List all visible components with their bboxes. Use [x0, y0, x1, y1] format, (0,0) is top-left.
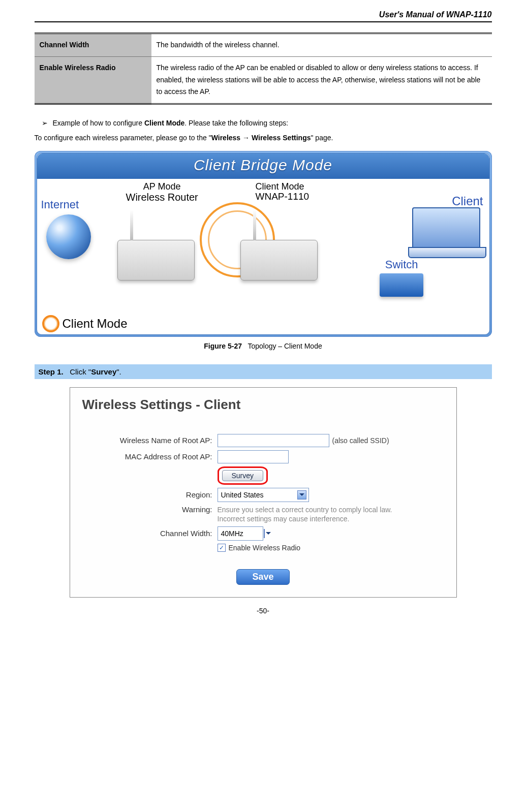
- label-switch: Switch: [385, 258, 418, 271]
- ssid-input[interactable]: [218, 434, 329, 447]
- chevron-down-icon: [297, 490, 306, 499]
- ssid-label: Wireless Name of Root AP:: [80, 436, 218, 445]
- chevron-down-icon: [264, 529, 265, 538]
- enable-wireless-checkbox[interactable]: ✓: [218, 544, 226, 552]
- label-ap-mode-text: AP Mode: [143, 181, 181, 192]
- channel-width-value: 40MHz: [221, 529, 243, 538]
- bullet-icon: ➢: [42, 119, 51, 127]
- topology-diagram-frame: Client Bridge Mode AP Mode Wireless Rout…: [35, 151, 492, 337]
- router-ap-icon: [117, 240, 195, 280]
- config-prefix: To configure each wireless parameter, pl…: [35, 134, 211, 142]
- label-client-mode-text: Client Mode: [256, 181, 304, 192]
- switch-icon: [380, 273, 423, 297]
- label-client-sub: WNAP-1110: [256, 191, 310, 202]
- example-text-suffix: . Please take the following steps:: [184, 119, 288, 127]
- label-ap-mode: AP Mode Wireless Router: [126, 182, 198, 204]
- step-bar: Step 1. Click "Survey".: [35, 364, 492, 379]
- param-desc: The bandwidth of the wireless channel.: [151, 34, 492, 57]
- region-select[interactable]: United States: [218, 488, 309, 502]
- channel-width-select[interactable]: 40MHz: [218, 526, 263, 541]
- globe-icon: [46, 214, 91, 259]
- enable-wireless-label: Enable Wireless Radio: [229, 544, 301, 552]
- warning-text: Ensure you select a correct country to c…: [218, 505, 400, 523]
- param-name: Channel Width: [35, 34, 151, 57]
- settings-title: Wireless Settings - Client: [82, 397, 446, 413]
- laptop-icon: [412, 207, 480, 250]
- caption-text: Topology – Client Mode: [247, 342, 322, 350]
- diagram-title: Client Bridge Mode: [37, 153, 489, 179]
- ssid-note: (also called SSID): [332, 436, 389, 445]
- step-text-prefix: Click ": [70, 367, 91, 376]
- mac-label: MAC Address of Root AP:: [80, 452, 218, 461]
- param-desc: The wireless radio of the AP can be enab…: [151, 56, 492, 104]
- diagram-footer: Client Mode: [42, 315, 128, 332]
- figure-caption: Figure 5-27 Topology – Client Mode: [35, 342, 492, 350]
- region-label: Region:: [80, 490, 218, 499]
- mac-input[interactable]: [218, 450, 289, 463]
- diagram-body: AP Mode Wireless Router Client Mode WNAP…: [37, 179, 489, 334]
- router-client-icon: [240, 240, 318, 280]
- parameter-table: Channel Width The bandwidth of the wirel…: [35, 33, 492, 105]
- config-suffix: " page.: [311, 134, 333, 142]
- label-client-mode: Client Mode WNAP-1110: [256, 182, 310, 203]
- label-client: Client: [452, 194, 483, 208]
- example-text-prefix: Example of how to configure: [52, 119, 144, 127]
- page-header: User's Manual of WNAP-1110: [35, 10, 492, 22]
- step-text-bold: Survey: [91, 367, 116, 376]
- label-internet: Internet: [41, 198, 79, 211]
- step-text-suffix: ".: [116, 367, 121, 376]
- warning-label: Warning:: [80, 505, 218, 514]
- channel-width-label: Channel Width:: [80, 529, 218, 538]
- example-text-bold: Client Mode: [144, 119, 184, 127]
- save-button[interactable]: Save: [236, 569, 289, 585]
- survey-button[interactable]: Survey: [222, 470, 264, 481]
- step-label: Step 1.: [39, 367, 64, 376]
- label-ap-sub: Wireless Router: [126, 192, 198, 203]
- config-bold: Wireless → Wireless Settings: [211, 134, 311, 142]
- diagram-footer-text: Client Mode: [63, 317, 128, 331]
- survey-highlight-ring: Survey: [218, 466, 268, 485]
- page-number: -50-: [35, 607, 492, 615]
- wireless-settings-panel: Wireless Settings - Client Wireless Name…: [70, 387, 457, 598]
- config-path-line: To configure each wireless parameter, pl…: [35, 132, 492, 143]
- param-name: Enable Wireless Radio: [35, 56, 151, 104]
- ring-icon: [42, 315, 59, 332]
- region-value: United States: [221, 491, 264, 499]
- caption-bold: Figure 5-27: [204, 342, 242, 350]
- example-bullet: ➢ Example of how to configure Client Mod…: [42, 119, 492, 127]
